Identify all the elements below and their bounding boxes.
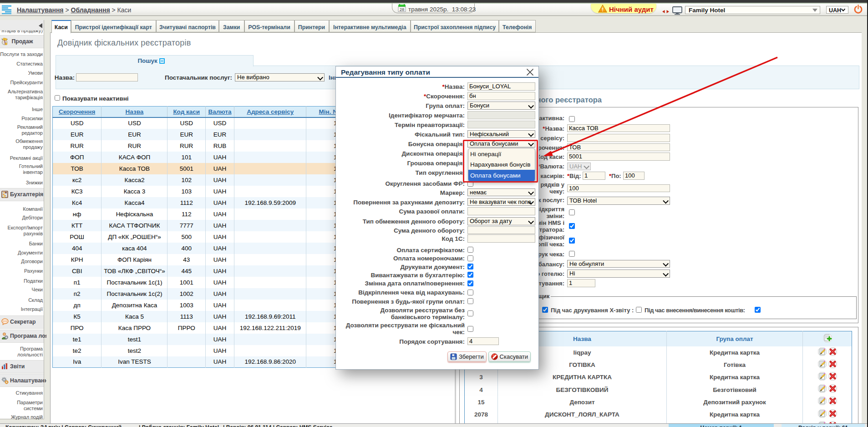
svg-text:28: 28: [400, 7, 405, 12]
svg-text:!: !: [602, 7, 604, 12]
